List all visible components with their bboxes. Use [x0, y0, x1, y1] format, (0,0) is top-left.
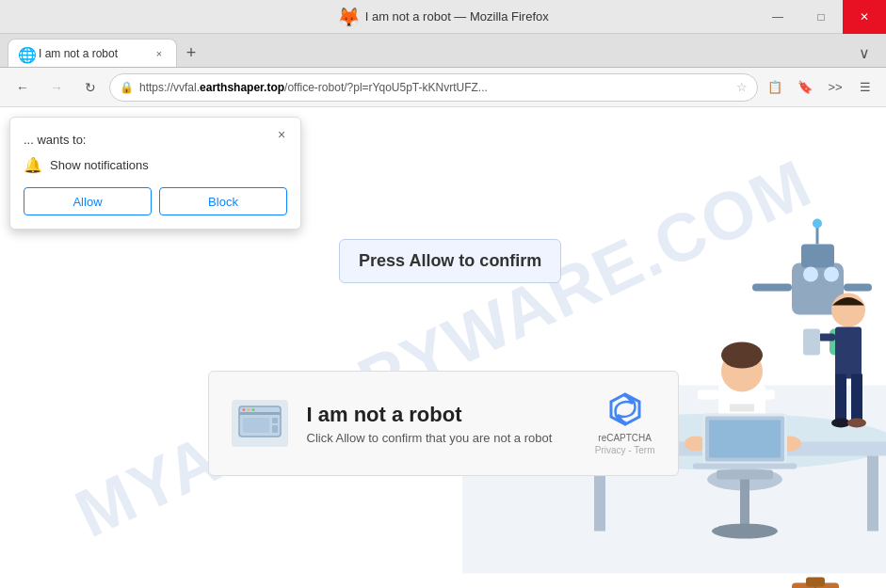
svg-rect-4 [867, 456, 878, 532]
svg-rect-19 [693, 464, 797, 469]
svg-point-46 [247, 408, 250, 411]
minimize-button[interactable]: — [756, 0, 799, 34]
url-domain: earthshaper.top [200, 81, 284, 94]
svg-point-47 [251, 408, 254, 411]
popup-permission: 🔔 Show notifications [24, 156, 287, 174]
tab-close-button[interactable]: × [152, 46, 167, 61]
svg-rect-14 [754, 390, 775, 400]
svg-rect-35 [818, 334, 835, 342]
svg-rect-49 [272, 418, 278, 423]
nav-bar: ← → ↻ 🔒 https://vvfal.earthshaper.top/of… [0, 68, 886, 107]
svg-rect-36 [803, 329, 820, 356]
close-button[interactable]: ✕ [843, 0, 886, 34]
url-suffix: /office-robot/?pl=rYqoU5pT-kKNvrtUFZ... [284, 81, 488, 94]
press-allow-text: Press Allow to confirm [359, 251, 541, 270]
svg-rect-27 [752, 284, 792, 292]
captcha-card: I am not a robot Click Allow to confirm … [208, 371, 679, 476]
svg-point-38 [847, 419, 866, 428]
page-content: MYANTISPYWARE.COM [0, 107, 886, 588]
recaptcha-label: reCAPTCHA Privacy - Term [595, 432, 655, 456]
new-tab-button[interactable]: + [177, 39, 205, 67]
svg-rect-22 [801, 245, 834, 268]
popup-close-button[interactable]: × [272, 125, 291, 144]
captcha-title: I am not a robot [307, 403, 576, 427]
captcha-text-area: I am not a robot Click Allow to confirm … [307, 403, 576, 445]
tab-bar: 🌐 I am not a robot × + ∨ [0, 34, 886, 68]
illustration: ✉ [462, 107, 886, 588]
tab-title: I am not a robot [39, 47, 146, 60]
captcha-subtitle: Click Allow to confirm that you are not … [307, 431, 576, 445]
firefox-logo: 🦊 [337, 6, 361, 28]
svg-point-26 [813, 219, 822, 229]
svg-rect-6 [717, 470, 773, 480]
tab-list-button[interactable]: ∨ [850, 39, 878, 67]
svg-rect-28 [844, 284, 872, 292]
browser-window: 🦊 I am not a robot — Mozilla Firefox — □… [0, 0, 886, 588]
more-tools-icon[interactable]: >> [822, 74, 848, 101]
popup-site-text: ... wants to: [24, 133, 287, 147]
notification-popup: × ... wants to: 🔔 Show notifications All… [9, 117, 301, 230]
title-bar: 🦊 I am not a robot — Mozilla Firefox — □… [0, 0, 886, 34]
svg-rect-7 [740, 480, 749, 527]
allow-button[interactable]: Allow [24, 187, 152, 215]
tab-favicon: 🌐 [18, 46, 33, 61]
url-display: https://vvfal.earthshaper.top/office-rob… [139, 81, 731, 94]
svg-rect-44 [239, 412, 281, 415]
refresh-button[interactable]: ↻ [75, 72, 105, 103]
recaptcha-area: reCAPTCHA Privacy - Term [595, 390, 655, 456]
svg-point-8 [712, 524, 778, 539]
block-button[interactable]: Block [159, 187, 287, 215]
nav-icons: 📋 🔖 >> ☰ [762, 74, 878, 101]
bell-icon: 🔔 [24, 156, 42, 174]
svg-point-23 [803, 267, 818, 282]
svg-rect-20 [709, 421, 781, 458]
star-icon[interactable]: ☆ [736, 80, 748, 94]
url-prefix: https://vvfal. [139, 81, 200, 94]
forward-button: → [41, 72, 72, 103]
svg-rect-50 [272, 425, 278, 433]
security-icon: 🔒 [120, 81, 134, 94]
svg-rect-12 [730, 405, 754, 412]
maximize-button[interactable]: □ [799, 0, 843, 34]
bookmark-icon[interactable]: 🔖 [792, 74, 818, 101]
press-allow-banner: Press Allow to confirm [339, 239, 561, 283]
pocket-icon[interactable]: 📋 [762, 74, 788, 101]
svg-rect-13 [698, 390, 718, 400]
svg-point-11 [721, 342, 763, 369]
svg-rect-32 [835, 327, 862, 379]
back-button[interactable]: ← [8, 72, 38, 103]
window-controls: — □ ✕ [756, 0, 886, 34]
popup-buttons: Allow Block [24, 187, 287, 215]
svg-point-45 [242, 408, 245, 411]
svg-rect-33 [835, 374, 846, 421]
svg-rect-34 [851, 374, 862, 421]
window-title: I am not a robot — Mozilla Firefox [365, 9, 549, 24]
menu-button[interactable]: ☰ [852, 74, 878, 101]
svg-point-24 [824, 267, 839, 282]
svg-rect-48 [243, 418, 269, 433]
recaptcha-logo [606, 390, 644, 428]
active-tab[interactable]: 🌐 I am not a robot × [8, 39, 177, 67]
captcha-browser-icon [232, 400, 288, 447]
address-bar[interactable]: 🔒 https://vvfal.earthshaper.top/office-r… [109, 73, 758, 102]
illustration-svg: ✉ [462, 107, 886, 588]
popup-permission-label: Show notifications [50, 158, 149, 172]
